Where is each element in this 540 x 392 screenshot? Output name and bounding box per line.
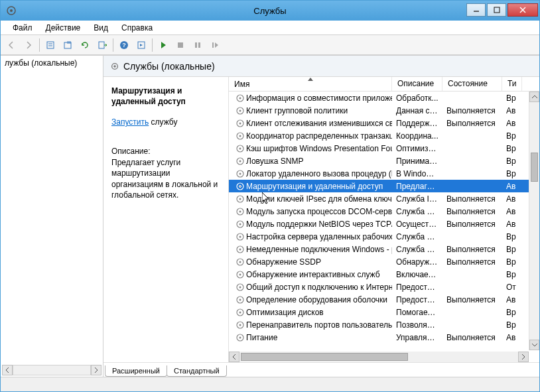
cell-desc: Предостав... bbox=[392, 283, 442, 292]
scroll-right-button[interactable] bbox=[518, 352, 529, 362]
scroll-thumb[interactable] bbox=[531, 153, 538, 182]
cell-type: От bbox=[502, 283, 522, 292]
pause-icon bbox=[193, 40, 202, 50]
service-row[interactable]: Клиент отслеживания изменившихся свя...П… bbox=[229, 117, 539, 129]
scroll-thumb[interactable] bbox=[241, 353, 408, 361]
service-row[interactable]: Клиент групповой политикиДанная сл...Вып… bbox=[229, 104, 539, 117]
selected-service-title: Маршрутизация и удаленный доступ bbox=[111, 86, 220, 107]
cell-name: Модули ключей IPsec для обмена ключа... bbox=[229, 194, 392, 204]
export-list-button[interactable] bbox=[94, 37, 110, 53]
menu-help[interactable]: Справка bbox=[115, 21, 159, 34]
help-button[interactable]: ? bbox=[116, 37, 132, 53]
refresh-icon bbox=[80, 40, 90, 50]
tab-standard[interactable]: Стандартный bbox=[167, 365, 227, 377]
service-row[interactable]: Модули ключей IPsec для обмена ключа...С… bbox=[229, 192, 539, 205]
cell-name: Локатор удаленного вызова процедур (R... bbox=[229, 169, 392, 178]
scroll-left-button[interactable] bbox=[229, 352, 239, 362]
refresh-button[interactable] bbox=[77, 37, 93, 53]
cell-desc: В Windows... bbox=[392, 169, 442, 178]
service-icon bbox=[236, 295, 245, 304]
service-row[interactable]: Кэш шрифтов Windows Presentation Foun...… bbox=[229, 142, 539, 155]
scroll-down-button[interactable] bbox=[529, 340, 539, 350]
service-row[interactable]: Модуль поддержки NetBIOS через TCP/IPОсу… bbox=[229, 218, 539, 230]
action-icon bbox=[137, 40, 146, 50]
service-row[interactable]: Локатор удаленного вызова процедур (R...… bbox=[229, 167, 539, 180]
tab-extended[interactable]: Расширенный bbox=[105, 365, 167, 377]
column-description[interactable]: Описание bbox=[392, 77, 442, 91]
svg-point-52 bbox=[239, 286, 241, 288]
cell-type: Вр bbox=[502, 245, 522, 254]
service-row[interactable]: Информация о совместимости приложе...Обр… bbox=[229, 92, 539, 104]
properties-button[interactable] bbox=[42, 37, 58, 53]
properties-icon bbox=[46, 40, 55, 50]
service-row[interactable]: Немедленные подключения Windows - р...Сл… bbox=[229, 243, 539, 255]
svg-rect-6 bbox=[47, 42, 54, 48]
menu-file[interactable]: Файл bbox=[6, 21, 39, 34]
service-row[interactable]: Настройка сервера удаленных рабочих с...… bbox=[229, 230, 539, 243]
menu-action[interactable]: Действие bbox=[39, 21, 88, 34]
description-label: Описание: bbox=[111, 147, 220, 156]
cell-name: Общий доступ к подключению к Интерн... bbox=[229, 283, 392, 292]
maximize-button[interactable] bbox=[487, 3, 506, 17]
toolbar: ? bbox=[1, 35, 539, 55]
column-name[interactable]: Имя bbox=[229, 77, 392, 91]
horizontal-scrollbar[interactable] bbox=[229, 352, 529, 362]
service-icon bbox=[236, 207, 245, 216]
help-icon: ? bbox=[119, 40, 129, 50]
start-service-link[interactable]: Запустить bbox=[111, 117, 149, 127]
service-row[interactable]: ПитаниеУправляет...ВыполняетсяАв bbox=[229, 331, 539, 344]
vertical-scrollbar[interactable] bbox=[529, 92, 539, 350]
cell-state: Выполняется bbox=[442, 257, 502, 267]
scroll-right-button[interactable] bbox=[91, 365, 101, 375]
service-row[interactable]: Маршрутизация и удаленный доступПредлага… bbox=[229, 180, 539, 192]
column-type[interactable]: Ти bbox=[502, 77, 522, 91]
cell-name: Обнаружение SSDP bbox=[229, 257, 392, 267]
service-row[interactable]: Координатор распределенных транзакцийКоо… bbox=[229, 129, 539, 142]
close-button[interactable] bbox=[507, 3, 538, 17]
scroll-up-button[interactable] bbox=[529, 92, 539, 102]
cell-type: Вр bbox=[502, 270, 522, 279]
service-row[interactable]: Обнаружение интерактивных службВключает … bbox=[229, 268, 539, 281]
tree-hscrollbar[interactable] bbox=[2, 365, 101, 375]
cell-state: Выполняется bbox=[442, 333, 502, 342]
service-row[interactable]: Модуль запуска процессов DCOM-сервераСлу… bbox=[229, 205, 539, 218]
service-row[interactable]: Оптимизация дисковПомогает ...Вр bbox=[229, 306, 539, 318]
forward-button[interactable] bbox=[21, 37, 36, 53]
export-icon bbox=[63, 40, 72, 50]
cell-type: Вр bbox=[502, 131, 522, 141]
cell-desc: Обнаружи... bbox=[392, 257, 442, 267]
svg-rect-17 bbox=[198, 42, 200, 48]
cell-desc: Предостав... bbox=[392, 295, 442, 304]
service-row[interactable]: Общий доступ к подключению к Интерн...Пр… bbox=[229, 281, 539, 293]
column-state[interactable]: Состояние bbox=[442, 77, 502, 91]
service-row[interactable]: Ловушка SNMPПринимае...Вр bbox=[229, 155, 539, 167]
tree-item-services-local[interactable]: лужбы (локальные) bbox=[1, 56, 103, 70]
menu-view[interactable]: Вид bbox=[87, 21, 115, 34]
service-row[interactable]: Перенаправитель портов пользовательск...… bbox=[229, 318, 539, 331]
scroll-track[interactable] bbox=[239, 352, 518, 362]
titlebar[interactable]: Службы bbox=[1, 1, 539, 21]
service-row[interactable]: Определение оборудования оболочкиПредост… bbox=[229, 293, 539, 306]
scroll-left-button[interactable] bbox=[2, 365, 13, 375]
services-icon bbox=[6, 5, 17, 16]
scroll-track[interactable] bbox=[13, 365, 91, 375]
svg-point-22 bbox=[239, 97, 241, 99]
pause-service-button[interactable] bbox=[190, 37, 206, 53]
minimize-button[interactable] bbox=[466, 3, 486, 17]
restart-service-button[interactable] bbox=[207, 37, 223, 53]
start-service-button[interactable] bbox=[155, 37, 171, 53]
cell-desc: Обработк... bbox=[392, 94, 442, 103]
cell-name: Оптимизация дисков bbox=[229, 308, 392, 317]
service-row[interactable]: Обнаружение SSDPОбнаружи...ВыполняетсяВр bbox=[229, 255, 539, 268]
cell-desc: Служба IK... bbox=[392, 194, 442, 204]
stop-service-button[interactable] bbox=[172, 37, 188, 53]
cell-name: Модуль поддержки NetBIOS через TCP/IP bbox=[229, 220, 392, 229]
separator bbox=[113, 38, 113, 52]
svg-point-32 bbox=[239, 160, 241, 162]
gear-icon bbox=[110, 62, 119, 71]
back-button[interactable] bbox=[3, 37, 19, 53]
action-button[interactable] bbox=[133, 37, 149, 53]
export-button[interactable] bbox=[60, 37, 76, 53]
cell-state: Выполняется bbox=[442, 245, 502, 254]
service-icon bbox=[236, 308, 245, 317]
